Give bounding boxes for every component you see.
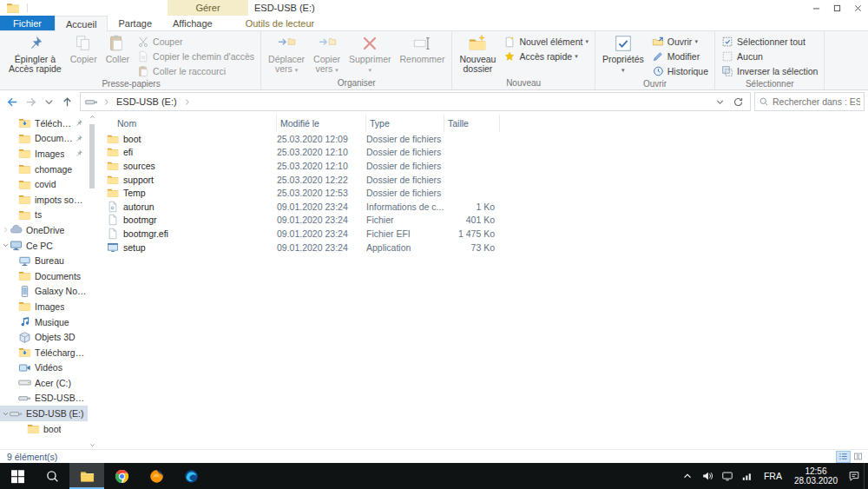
taskbar-clock[interactable]: 12:56 28.03.2020 xyxy=(788,463,844,489)
file-size: 73 Ko xyxy=(444,242,500,253)
sidebar-item-telechargements[interactable]: Téléchargements xyxy=(0,116,96,131)
file-row-temp[interactable]: Temp25.03.2020 12:53Dossier de fichiers xyxy=(105,186,868,200)
sidebar-item-onedrive[interactable]: OneDrive xyxy=(0,222,96,238)
column-header-taille[interactable]: Taille xyxy=(444,115,500,132)
file-row-sources[interactable]: sources25.03.2020 12:10Dossier de fichie… xyxy=(105,159,868,173)
file-row-setup[interactable]: setup09.01.2020 23:24Application73 Ko xyxy=(105,241,868,254)
renommer-button[interactable]: Renommer xyxy=(395,32,449,74)
tray-chevron-up-button[interactable] xyxy=(678,463,698,489)
sidebar-item-musique[interactable]: Musique xyxy=(0,314,96,330)
sidebar-item-documents[interactable]: Documents xyxy=(0,131,96,147)
refresh-icon[interactable] xyxy=(733,96,744,108)
coller-le-raccourci-button[interactable]: Coller le raccourci xyxy=(134,63,258,78)
sidebar-item-images[interactable]: Images xyxy=(0,299,96,314)
tray-volume-button[interactable] xyxy=(698,463,718,489)
file-type: Dossier de fichiers xyxy=(366,161,444,171)
show-desktop-button[interactable] xyxy=(864,463,868,489)
language-indicator[interactable]: FRA xyxy=(758,463,788,489)
sidebar-item-esd-usb-e[interactable]: ESD-USB (E:) xyxy=(0,391,96,406)
supprimer-button[interactable]: Supprimer▾ xyxy=(345,32,395,75)
sidebar-item-ce-pc[interactable]: Ce PC xyxy=(0,238,96,254)
file-row-support[interactable]: support25.03.2020 12:22Dossier de fichie… xyxy=(105,173,868,187)
tray-pc-tray-button[interactable] xyxy=(718,463,738,489)
maximize-button[interactable] xyxy=(826,0,847,16)
chevron-right-icon[interactable] xyxy=(2,226,10,234)
taskbar-firefox-button[interactable] xyxy=(139,463,174,489)
tab-outils-de-lecteur[interactable]: Outils de lecteur xyxy=(235,16,325,30)
close-button[interactable] xyxy=(847,0,868,16)
file-row-bootmgr[interactable]: bootmgr09.01.2020 23:24Fichier401 Ko xyxy=(105,214,868,228)
folder-icon xyxy=(107,146,119,158)
breadcrumb-segment[interactable]: ESD-USB (E:) xyxy=(113,96,181,107)
taskbar-edge-button[interactable] xyxy=(174,463,208,489)
epingler-a-acces-rapide-button[interactable]: Épingler àAccès rapide xyxy=(4,32,66,74)
file-row-boot[interactable]: boot25.03.2020 12:09Dossier de fichiers xyxy=(105,132,868,146)
chevron-down-icon[interactable] xyxy=(2,410,10,418)
file-row-bootmgr-efi[interactable]: bootmgr.efi09.01.2020 23:24Fichier EFI1 … xyxy=(105,227,868,241)
column-header-type[interactable]: Type xyxy=(366,115,444,132)
sidebar-item-objets-3d[interactable]: Objets 3D xyxy=(0,329,96,345)
sidebar-item-covid[interactable]: covid xyxy=(0,176,96,192)
sidebar-item-chomage[interactable]: chomage xyxy=(0,162,96,177)
clock-date: 28.03.2020 xyxy=(794,476,838,486)
sidebar-item-videos[interactable]: Vidéos xyxy=(0,360,96,376)
sidebar-item-telechargements[interactable]: Téléchargements xyxy=(0,345,96,360)
ribbon-tab-row: Fichier AccueilPartageAffichage Outils d… xyxy=(0,16,868,30)
tray-network-button[interactable] xyxy=(738,463,758,489)
back-button[interactable] xyxy=(3,93,22,110)
nouvel-element-button[interactable]: Nouvel élément ▾ xyxy=(500,34,591,49)
up-button[interactable] xyxy=(58,93,76,110)
column-header-nom[interactable]: Nom xyxy=(105,115,277,132)
ouvrir-button[interactable]: Ouvrir ▾ xyxy=(648,34,712,49)
sidebar-item-acer-c[interactable]: Acer (C:) xyxy=(0,375,96,391)
sidebar-item-galaxy-note8-do[interactable]: Galaxy Note8 do xyxy=(0,284,96,300)
deplacer-vers-button[interactable]: Déplacervers ▾ xyxy=(264,32,309,75)
sidebar-item-esd-usb-e[interactable]: ESD-USB (E:) xyxy=(0,406,96,421)
taskbar-start-button[interactable] xyxy=(0,463,35,489)
acces-rapide-button[interactable]: Accès rapide ▾ xyxy=(500,49,591,63)
scroll-down-icon[interactable] xyxy=(89,441,96,449)
sidebar-item-boot[interactable]: boot xyxy=(0,421,96,437)
address-box[interactable]: ESD-USB (E:) xyxy=(80,92,751,111)
inverser-la-selection-button[interactable]: Inverser la sélection xyxy=(718,63,821,78)
chevron-down-icon[interactable] xyxy=(2,241,10,249)
proprietes-button[interactable]: Propriétés▾ xyxy=(598,32,648,75)
coller-button[interactable]: Coller xyxy=(102,32,134,74)
sidebar-item-documents[interactable]: Documents xyxy=(0,268,96,284)
copier-button[interactable]: Copier xyxy=(66,32,102,74)
action-center-button[interactable] xyxy=(844,463,864,489)
copier-vers-button[interactable]: Copiervers ▾ xyxy=(309,32,345,75)
file-row-autorun[interactable]: autorun09.01.2020 23:24Informations de c… xyxy=(105,200,868,214)
couper-button[interactable]: Couper xyxy=(134,34,258,49)
recent-locations-button[interactable] xyxy=(40,93,58,110)
forward-button[interactable] xyxy=(22,93,40,110)
tab-accueil[interactable]: Accueil xyxy=(55,16,108,31)
tab-fichier[interactable]: Fichier xyxy=(0,16,55,30)
sidebar-item-images[interactable]: Images xyxy=(0,146,96,162)
column-header-modifie-le[interactable]: Modifié le xyxy=(277,115,366,132)
historique-button[interactable]: Historique xyxy=(648,63,712,78)
file-row-efi[interactable]: efi25.03.2020 12:10Dossier de fichiers xyxy=(105,146,868,160)
volume-icon xyxy=(701,470,713,482)
minimize-button[interactable] xyxy=(806,0,826,16)
modifier-button[interactable]: Modifier xyxy=(648,49,712,63)
thumbnails-view-button[interactable] xyxy=(851,451,865,463)
sidebar-item-impots-source[interactable]: impots source xyxy=(0,192,96,208)
scrollbar-thumb[interactable] xyxy=(89,124,95,188)
scroll-up-icon[interactable] xyxy=(89,113,96,121)
selectionner-tout-button[interactable]: Sélectionner tout xyxy=(718,34,821,49)
details-view-button[interactable] xyxy=(836,451,851,463)
tab-affichage[interactable]: Affichage xyxy=(162,16,223,30)
taskbar-chrome-button[interactable] xyxy=(104,463,139,489)
address-dropdown-icon[interactable] xyxy=(714,96,726,108)
taskbar-file-explorer-button[interactable] xyxy=(69,463,104,489)
sidebar-scrollbar[interactable] xyxy=(88,113,96,449)
sidebar-item-ts[interactable]: ts xyxy=(0,208,96,223)
tab-partage[interactable]: Partage xyxy=(108,16,162,30)
aucun-button[interactable]: Aucun xyxy=(718,49,821,63)
nouveau-dossier-button[interactable]: Nouveaudossier xyxy=(455,32,500,74)
taskbar-search-button[interactable] xyxy=(35,463,69,489)
sidebar-item-bureau[interactable]: Bureau xyxy=(0,253,96,268)
search-input[interactable] xyxy=(773,96,860,107)
copier-le-chemin-d-acces-button[interactable]: Copier le chemin d'accès xyxy=(134,49,258,63)
